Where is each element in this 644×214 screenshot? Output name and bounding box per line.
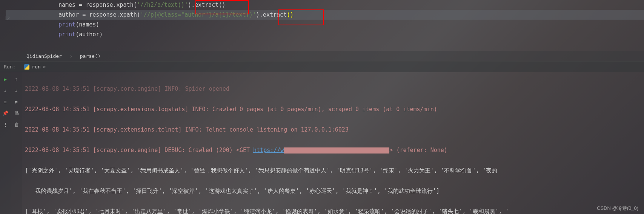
log-line: 2022-08-08 14:35:51 [scrapy.core.engine]…: [25, 84, 641, 94]
more-icon[interactable]: ⋮: [2, 121, 8, 127]
close-icon[interactable]: ×: [43, 64, 46, 70]
clear-icon[interactable]: 🗑: [13, 121, 19, 127]
scroll-down-icon[interactable]: ↓: [13, 87, 19, 93]
variable-name: author: [58, 11, 79, 18]
breadcrumb-item[interactable]: QidianSpider: [26, 53, 62, 59]
bracket-match: ): [290, 11, 294, 18]
step-icon[interactable]: ↓: [2, 87, 8, 93]
code-line[interactable]: print(names): [6, 20, 644, 29]
code-line-active[interactable]: author = response.xpath('//p[@class="aut…: [6, 10, 644, 20]
string-literal: '//h2/a/text()': [137, 2, 188, 8]
log-line: 2022-08-08 14:35:51 [scrapy.extensions.t…: [25, 125, 641, 135]
code-editor[interactable]: 12 names = response.xpath('//h2/a/text()…: [0, 0, 644, 39]
console-toolbar-left: ▶ ↓ ≡ 📌 ⋮: [0, 72, 11, 214]
builtin-call: print: [58, 31, 75, 38]
console-toolbar-left2: ↑ ↓ ⇄ 🖶 🗑: [11, 72, 22, 214]
pin-icon[interactable]: 📌: [2, 110, 8, 116]
watermark: CSDN @冷巷(0_0): [597, 205, 638, 212]
code-line[interactable]: print(author): [6, 29, 644, 39]
variable-name: names: [58, 2, 75, 8]
log-line: 2022-08-08 14:35:51 [scrapy.extensions.l…: [25, 104, 641, 115]
redacted-url: [284, 147, 389, 154]
print-icon[interactable]: 🖶: [13, 110, 19, 116]
run-tab-label: run: [32, 64, 40, 70]
soft-wrap-icon[interactable]: ⇄: [13, 99, 19, 105]
code-line[interactable]: names = response.xpath('//h2/a/text()').…: [6, 0, 644, 10]
output-names-list: 我的谍战岁月', '我在春秋不当王', '择日飞升', '深空彼岸', '这游戏…: [25, 186, 641, 196]
stack-icon[interactable]: ≡: [2, 99, 8, 105]
url-link[interactable]: https://w: [253, 147, 284, 154]
breadcrumb: QidianSpider › parse(): [0, 51, 644, 61]
run-icon[interactable]: ▶: [2, 76, 8, 82]
breadcrumb-item[interactable]: parse(): [80, 53, 101, 59]
output-author-list: ['耳根', '卖报小郎君', '七月未时', '出走八万里', '常世', '…: [25, 206, 641, 214]
run-label: Run:: [4, 64, 15, 70]
console-output[interactable]: 2022-08-08 14:35:51 [scrapy.core.engine]…: [22, 72, 644, 214]
run-toolbar: Run: run ×: [0, 61, 644, 72]
run-tab[interactable]: run ×: [21, 63, 49, 70]
output-names-list: ['光阴之外', '灵境行者', '大夏文圣', '我用闲书成圣人', '曾经，…: [25, 166, 641, 176]
python-icon: [24, 64, 29, 70]
builtin-call: print: [58, 21, 75, 28]
string-literal: '//p[@class="author"]/a[1]/text()': [140, 11, 256, 18]
log-line: 2022-08-08 14:35:51 [scrapy.core.engine]…: [25, 145, 641, 155]
bracket-match: (: [287, 11, 290, 18]
scroll-up-icon[interactable]: ↑: [13, 76, 19, 82]
